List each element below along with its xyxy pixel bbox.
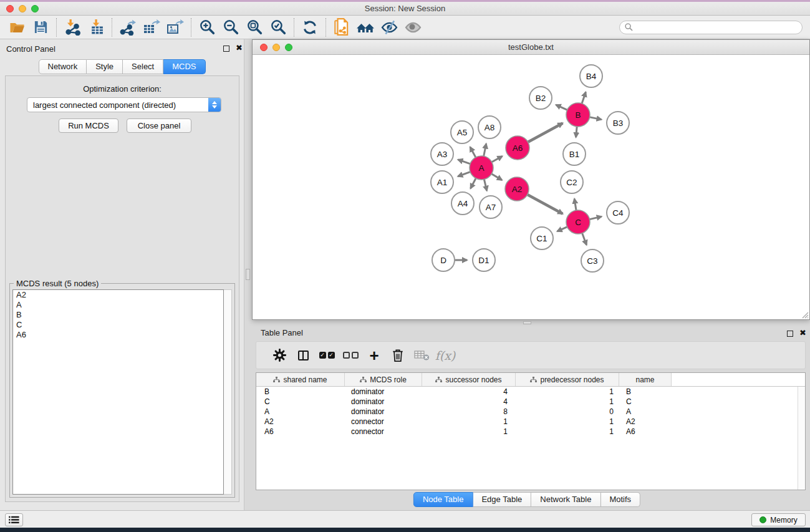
close-panel-button[interactable]: Close panel xyxy=(127,118,191,133)
graph-edge-A-A4[interactable] xyxy=(471,177,477,188)
network-close-button[interactable] xyxy=(260,44,268,51)
tab-node-table[interactable]: Node Table xyxy=(413,492,473,507)
tab-network[interactable]: Network xyxy=(38,59,87,74)
graph-node-A[interactable]: A xyxy=(470,156,493,180)
graph-edge-C-C3[interactable] xyxy=(582,232,587,245)
table-scrollbar[interactable] xyxy=(798,387,805,490)
graph-node-A4[interactable]: A4 xyxy=(451,192,474,215)
graph-node-A6[interactable]: A6 xyxy=(506,136,529,160)
graph-edge-A-A3[interactable] xyxy=(458,160,471,164)
column-header-mcds-role[interactable]: MCDS role xyxy=(345,373,422,386)
deselect-all-icon[interactable] xyxy=(339,344,362,367)
graph-node-B3[interactable]: B3 xyxy=(607,112,629,134)
import-network-icon[interactable] xyxy=(60,17,84,37)
result-list-item[interactable]: A6 xyxy=(13,330,223,340)
export-image-icon[interactable] xyxy=(163,17,187,37)
table-row[interactable]: Bdominator41B xyxy=(256,387,798,397)
task-history-button[interactable] xyxy=(5,513,23,526)
network-file-icon[interactable] xyxy=(330,17,354,37)
column-header-name[interactable]: name xyxy=(619,373,672,386)
float-panel-icon[interactable] xyxy=(223,46,229,52)
graph-edge-A-A8[interactable] xyxy=(483,143,486,157)
float-table-panel-icon[interactable] xyxy=(787,331,793,337)
graph-node-A5[interactable]: A5 xyxy=(451,121,473,143)
minimize-window-button[interactable] xyxy=(19,5,26,12)
zoom-fit-icon[interactable] xyxy=(243,17,266,37)
graph-edge-A-A6[interactable] xyxy=(491,157,503,163)
graph-node-B2[interactable]: B2 xyxy=(529,87,552,109)
graph-node-C4[interactable]: C4 xyxy=(607,201,629,224)
run-mcds-button[interactable]: Run MCDS xyxy=(59,118,118,133)
graph-node-A1[interactable]: A1 xyxy=(431,171,453,193)
import-table-icon[interactable] xyxy=(84,17,108,37)
network-zoom-button[interactable] xyxy=(285,44,292,51)
zoom-selected-icon[interactable] xyxy=(266,17,290,37)
graph-node-D[interactable]: D xyxy=(432,249,455,271)
graph-node-C[interactable]: C xyxy=(566,210,590,234)
network-canvas[interactable]: B4B2BB3A5A8A6A3AB1A1C2A2A4A7CC4C1C3DD1 xyxy=(253,55,809,319)
panel-divider-handle[interactable] xyxy=(246,269,250,280)
result-list-item[interactable]: A xyxy=(13,300,223,310)
search-input[interactable] xyxy=(636,23,797,32)
graph-edge-B-B2[interactable] xyxy=(556,105,569,110)
export-network-icon[interactable] xyxy=(116,17,140,37)
tab-network-table[interactable]: Network Table xyxy=(531,492,600,507)
table-row[interactable]: Cdominator41C xyxy=(256,397,798,407)
resize-grip-icon[interactable] xyxy=(800,310,809,319)
graph-node-A7[interactable]: A7 xyxy=(480,196,502,218)
split-view-icon[interactable] xyxy=(291,344,315,367)
graph-edge-A-A1[interactable] xyxy=(458,172,471,177)
zoom-in-icon[interactable] xyxy=(195,17,219,37)
graph-node-B4[interactable]: B4 xyxy=(580,65,602,87)
table-row[interactable]: A6connector11A6 xyxy=(256,427,798,437)
graph-edge-B-B4[interactable] xyxy=(581,92,586,105)
open-folder-icon[interactable] xyxy=(5,17,29,37)
hide-graphics-details-icon[interactable] xyxy=(377,17,401,37)
graph-edge-A-A5[interactable] xyxy=(470,147,476,158)
table-row[interactable]: A2connector11A2 xyxy=(256,417,798,427)
result-list-scrollbar[interactable] xyxy=(224,289,232,495)
graph-node-B[interactable]: B xyxy=(566,103,590,127)
column-header-shared-name[interactable]: shared name xyxy=(256,373,345,386)
graph-node-D1[interactable]: D1 xyxy=(473,249,495,271)
graph-edge-C-C4[interactable] xyxy=(589,216,602,220)
result-list-item[interactable]: B xyxy=(13,310,223,320)
export-table-icon[interactable] xyxy=(140,17,163,37)
graph-edge-C-C1[interactable] xyxy=(557,226,569,231)
network-minimize-button[interactable] xyxy=(272,44,280,51)
zoom-out-icon[interactable] xyxy=(219,17,243,37)
close-window-button[interactable] xyxy=(6,5,14,12)
result-list-item[interactable]: C xyxy=(13,320,223,330)
show-graphics-details-icon[interactable] xyxy=(401,17,425,37)
table-row[interactable]: Adominator80A xyxy=(256,407,798,417)
graph-node-C2[interactable]: C2 xyxy=(561,171,583,193)
tab-edge-table[interactable]: Edge Table xyxy=(473,492,531,507)
graph-edge-B-B3[interactable] xyxy=(589,117,602,119)
graph-edge-C-C2[interactable] xyxy=(574,199,576,212)
select-all-icon[interactable]: ✓✓ xyxy=(315,344,339,367)
gear-icon[interactable] xyxy=(268,344,291,367)
column-header-predecessor-nodes[interactable]: predecessor nodes xyxy=(516,373,619,386)
graph-node-B1[interactable]: B1 xyxy=(563,143,586,165)
add-column-icon[interactable]: + xyxy=(362,344,386,367)
home-icon[interactable] xyxy=(354,17,377,37)
graph-edge-A-A7[interactable] xyxy=(484,178,487,191)
graph-node-C1[interactable]: C1 xyxy=(531,227,553,249)
close-table-panel-icon[interactable]: ✖ xyxy=(799,329,806,337)
tab-select[interactable]: Select xyxy=(123,59,163,74)
graph-edge-A6-B[interactable] xyxy=(527,123,563,142)
graph-edge-A-A2[interactable] xyxy=(491,173,502,180)
tab-motifs[interactable]: Motifs xyxy=(600,492,640,507)
graph-node-A8[interactable]: A8 xyxy=(478,116,501,138)
graph-edge-A2-C[interactable] xyxy=(526,194,562,214)
tab-mcds[interactable]: MCDS xyxy=(163,59,205,74)
save-icon[interactable] xyxy=(29,17,52,37)
criterion-select[interactable]: largest connected component (directed) xyxy=(27,97,221,112)
graph-node-A2[interactable]: A2 xyxy=(505,177,529,201)
memory-button[interactable]: Memory xyxy=(751,513,806,526)
delete-icon[interactable] xyxy=(386,344,410,367)
column-header-successor-nodes[interactable]: successor nodes xyxy=(422,373,516,386)
result-list-item[interactable]: A2 xyxy=(13,290,223,300)
zoom-window-button[interactable] xyxy=(31,5,39,12)
graph-edge-B-B1[interactable] xyxy=(576,125,577,137)
